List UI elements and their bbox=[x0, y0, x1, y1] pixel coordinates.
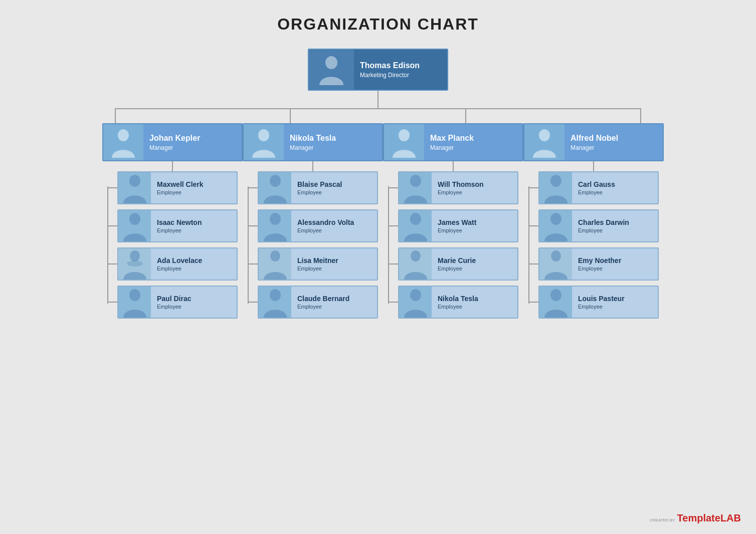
col-1: Johan Kepler Manager Maxw bbox=[102, 123, 243, 319]
watermark-brand-plain: Template bbox=[677, 512, 720, 523]
root-row: Thomas Edison Marketing Director bbox=[308, 49, 448, 91]
emp-group-0: Maxwell Clerk Employee Isaac Newton Empl… bbox=[107, 171, 238, 319]
svg-point-1 bbox=[118, 129, 129, 141]
manager-info-0: Johan Kepler Manager bbox=[143, 130, 206, 154]
vtick-2 bbox=[290, 108, 291, 123]
root-name: Thomas Edison bbox=[360, 61, 420, 70]
svg-point-2 bbox=[129, 175, 140, 187]
svg-point-4 bbox=[130, 250, 140, 261]
svg-point-13 bbox=[410, 175, 421, 187]
emp-node-0-0: Maxwell Clerk Employee bbox=[117, 171, 238, 204]
root-avatar bbox=[309, 50, 354, 90]
svg-point-11 bbox=[270, 289, 281, 301]
svg-point-8 bbox=[270, 175, 281, 187]
manager-node-1: Nikola Tesla Manager bbox=[243, 123, 383, 161]
svg-point-15 bbox=[411, 250, 421, 261]
root-node: Thomas Edison Marketing Director bbox=[308, 49, 448, 91]
managers-employees-row: Johan Kepler Manager Maxw bbox=[102, 123, 654, 319]
manager-node-3: Alfred Nobel Manager bbox=[523, 123, 664, 161]
svg-point-18 bbox=[550, 175, 561, 187]
emp-row-0-0: Maxwell Clerk Employee bbox=[108, 171, 238, 204]
root-info: Thomas Edison Marketing Director bbox=[354, 58, 426, 81]
svg-point-6 bbox=[129, 289, 140, 301]
emp-node-0-1: Isaac Newton Employee bbox=[117, 209, 238, 242]
emp-row-0-2: Ada Lovelace Employee bbox=[108, 247, 238, 281]
svg-point-9 bbox=[270, 213, 281, 225]
svg-point-20 bbox=[551, 250, 561, 261]
connector-root-down bbox=[377, 91, 379, 108]
emp-node-0-2: Ada Lovelace Employee bbox=[117, 247, 238, 281]
svg-point-14 bbox=[410, 213, 421, 225]
conn-mgr-0 bbox=[172, 161, 173, 171]
watermark-created-by: CREATED BY bbox=[650, 518, 675, 523]
manager-name-0: Johan Kepler bbox=[149, 133, 200, 143]
svg-point-12 bbox=[399, 129, 410, 141]
manager-role-0: Manager bbox=[149, 144, 200, 151]
vtick-1 bbox=[115, 108, 116, 123]
watermark: CREATED BY TemplateLAB bbox=[650, 512, 741, 524]
manager-node-0: Johan Kepler Manager bbox=[102, 123, 243, 161]
col-2: Nikola Tesla Manager Blaise Pascal bbox=[243, 123, 383, 319]
manager-node-2: Max Planck Manager bbox=[383, 123, 523, 161]
svg-point-21 bbox=[550, 289, 561, 301]
emp-row-0-3: Paul Dirac Employee bbox=[108, 286, 238, 319]
manager-avatar-0 bbox=[103, 124, 143, 160]
org-chart: Thomas Edison Marketing Director Johan K… bbox=[102, 49, 654, 319]
col-3: Max Planck Manager Will Thomson bbox=[383, 123, 523, 319]
col-4: Alfred Nobel Manager Carl Gauss bbox=[523, 123, 664, 319]
emp-node-0-3: Paul Dirac Employee bbox=[117, 286, 238, 319]
svg-point-17 bbox=[539, 129, 550, 141]
emp-list-0: Maxwell Clerk Employee Isaac Newton Empl… bbox=[108, 171, 238, 319]
vtick-4 bbox=[640, 108, 641, 123]
vtick-3 bbox=[465, 108, 466, 123]
svg-point-10 bbox=[270, 250, 280, 261]
watermark-brand-colored: LAB bbox=[720, 512, 741, 523]
svg-point-3 bbox=[129, 213, 140, 225]
svg-point-7 bbox=[258, 129, 269, 141]
root-role: Marketing Director bbox=[360, 72, 420, 79]
svg-point-5 bbox=[127, 260, 143, 266]
svg-point-16 bbox=[410, 289, 421, 301]
svg-point-0 bbox=[325, 56, 337, 69]
svg-point-19 bbox=[550, 213, 561, 225]
page-title: ORGANIZATION CHART bbox=[277, 15, 479, 34]
hbar-top bbox=[115, 108, 641, 109]
emp-row-0-1: Isaac Newton Employee bbox=[108, 209, 238, 242]
